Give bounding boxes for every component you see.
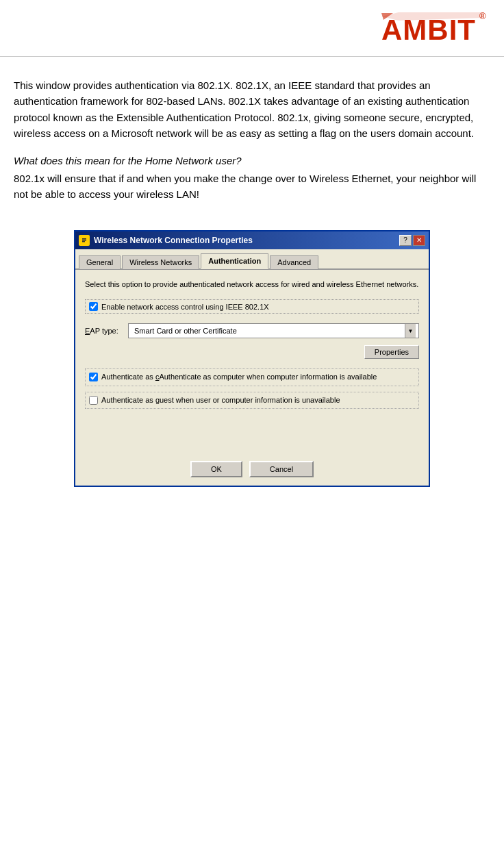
spacer [85,414,419,449]
svg-rect-5 [82,240,86,241]
auth-computer-checkbox[interactable] [89,373,98,381]
svg-text:AMBIT: AMBIT [381,14,476,46]
intro-paragraph: This window provides authentication via … [14,77,490,141]
dialog-window: Wireless Network Connection Properties ?… [74,230,430,488]
dialog-title-left: Wireless Network Connection Properties [79,235,253,246]
dialog-title-icon [79,235,90,246]
dialog-footer: OK Cancel [75,455,429,486]
svg-rect-6 [82,238,86,240]
tab-general[interactable]: General [79,255,121,269]
ieee-checkbox-row: Enable network access control using IEEE… [85,299,419,314]
eap-type-row: EAP type: Smart Card or other Certificat… [85,323,419,338]
properties-button[interactable]: Properties [364,345,419,359]
properties-row: Properties [85,345,419,359]
svg-text:®: ® [479,11,486,21]
dialog-titlebar: Wireless Network Connection Properties ?… [75,231,429,249]
eap-dropdown-arrow[interactable]: ▼ [405,324,416,338]
tab-authentication[interactable]: Authentication [201,253,268,269]
eap-type-select[interactable]: Smart Card or other Certificate ▼ [128,323,419,338]
dialog-title-buttons: ? ✕ [399,235,425,246]
cancel-button[interactable]: Cancel [249,461,314,477]
follow-paragraph: 802.1x will ensure that if and when you … [14,171,490,203]
ieee-checkbox-label: Enable network access control using IEEE… [101,303,269,311]
main-content: This window provides authentication via … [0,77,504,507]
eap-type-label: EAP type: [85,327,123,335]
help-button[interactable]: ? [399,235,412,246]
tabs-row: General Wireless Networks Authentication… [75,249,429,270]
auth-guest-label: Authenticate as guest when user or compu… [101,395,340,405]
logo-image: AMBIT ® [378,11,488,51]
tab-advanced[interactable]: Advanced [270,255,318,269]
ieee-checkbox[interactable] [89,302,98,311]
logo-area: AMBIT ® [0,0,504,57]
close-button[interactable]: ✕ [413,235,425,246]
dialog-body: Select this option to provide authentica… [75,270,429,456]
eap-type-value: Smart Card or other Certificate [131,327,405,335]
auth-computer-row: Authenticate as cAuthenticate as compute… [85,368,419,386]
italic-heading: What does this mean for the Home Network… [14,155,490,166]
description-text: Select this option to provide authentica… [85,279,419,290]
svg-rect-7 [82,241,85,242]
auth-computer-label: Authenticate as cAuthenticate as compute… [101,372,377,382]
auth-guest-checkbox[interactable] [89,396,98,405]
dialog-title-text: Wireless Network Connection Properties [94,236,253,245]
tab-wireless-networks[interactable]: Wireless Networks [122,255,199,269]
dialog-wrapper: Wireless Network Connection Properties ?… [14,230,490,488]
auth-guest-row: Authenticate as guest when user or compu… [85,392,419,409]
ok-button[interactable]: OK [190,461,242,477]
